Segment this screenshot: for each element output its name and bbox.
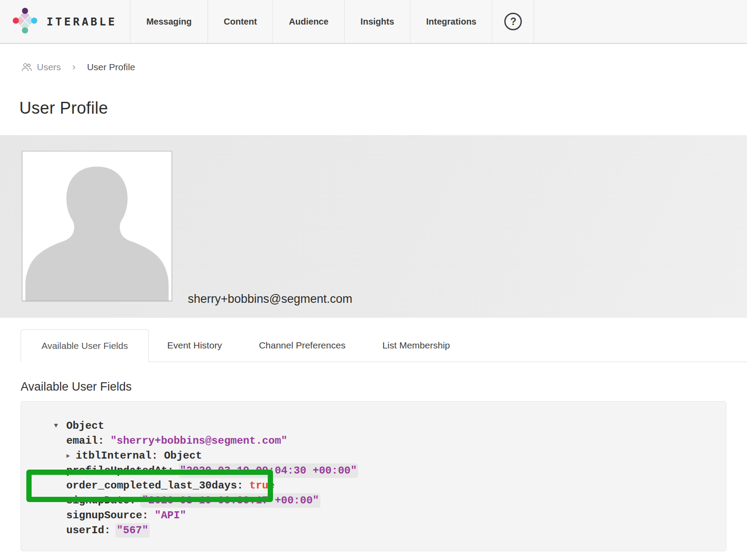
nav-item-integrations[interactable]: Integrations	[410, 0, 492, 43]
nav-item-label: Integrations	[426, 17, 476, 27]
nav-item-label: Messaging	[146, 17, 191, 27]
users-icon	[21, 61, 33, 73]
field-key: itblInternal:	[75, 450, 158, 462]
field-row: userId:"567"	[66, 523, 717, 538]
nav-spacer	[534, 0, 747, 43]
user-fields-json-panel: ▼Objectemail:"sherry+bobbins@segment.com…	[21, 401, 726, 551]
profile-summary-section: sherry+bobbins@segment.com	[0, 135, 747, 318]
nav-item-label: Audience	[289, 17, 328, 27]
profile-tabs: Available User FieldsEvent HistoryChanne…	[21, 329, 747, 362]
field-key: profileUpdatedAt:	[66, 465, 174, 477]
tab-label: Channel Preferences	[259, 340, 345, 351]
nav-item-label: Content	[224, 17, 257, 27]
field-row: signupSource:"API"	[66, 508, 717, 523]
tab-label: List Membership	[382, 340, 450, 351]
field-row: email:"sherry+bobbins@segment.com"	[66, 434, 717, 449]
person-silhouette-icon	[22, 158, 172, 301]
nav-item-content[interactable]: Content	[208, 0, 273, 43]
breadcrumb-current: User Profile	[87, 62, 135, 72]
field-row: signupDate:"2020-03-19 09:39:17 +00:00"	[66, 493, 717, 508]
field-value: Object	[164, 450, 202, 462]
tab-event-history[interactable]: Event History	[149, 329, 241, 362]
field-key: signupDate:	[66, 495, 136, 506]
field-value: "API"	[154, 510, 186, 521]
collapse-arrow-icon[interactable]: ▼	[54, 419, 66, 434]
tab-label: Event History	[167, 340, 222, 351]
field-key: signupSource:	[66, 510, 148, 521]
breadcrumb-users-link[interactable]: Users	[21, 61, 61, 73]
field-row: profileUpdatedAt:"2020-03-19 09:04:30 +0…	[66, 463, 717, 478]
field-value: "2020-03-19 09:04:30 +00:00"	[180, 465, 357, 477]
field-key: userId:	[66, 524, 111, 536]
field-row: order_completed_last_30days:true	[66, 478, 717, 493]
nav-item-insights[interactable]: Insights	[345, 0, 410, 43]
field-key: email:	[66, 435, 104, 447]
nav-item-messaging[interactable]: Messaging	[130, 0, 208, 43]
brand-home-link[interactable]: ITERABLE	[0, 0, 130, 43]
question-circle-icon: ?	[504, 13, 522, 30]
tab-list-membership[interactable]: List Membership	[364, 329, 468, 362]
help-button[interactable]: ?	[492, 0, 534, 43]
tab-channel-preferences[interactable]: Channel Preferences	[241, 329, 364, 362]
expand-arrow-icon[interactable]: ►	[66, 449, 70, 463]
page-title: User Profile	[19, 98, 747, 118]
field-row: ▼Object	[66, 419, 717, 434]
field-row: ►itblInternal:Object	[66, 449, 717, 463]
field-value: "sherry+bobbins@segment.com"	[110, 435, 287, 447]
chevron-right-icon: ›	[72, 61, 75, 73]
nav-item-audience[interactable]: Audience	[273, 0, 345, 43]
field-value: true	[249, 480, 275, 492]
root-object-label: Object	[66, 420, 104, 432]
section-heading: Available User Fields	[21, 381, 747, 393]
breadcrumb-users-label: Users	[37, 62, 61, 72]
tab-label: Available User Fields	[42, 341, 128, 351]
nav-item-label: Insights	[360, 17, 394, 27]
top-nav: ITERABLE Messaging Content Audience Insi…	[0, 0, 747, 44]
brand-wordmark: ITERABLE	[47, 15, 117, 28]
avatar	[22, 151, 172, 301]
tab-available-user-fields[interactable]: Available User Fields	[21, 329, 149, 362]
field-key: order_completed_last_30days:	[66, 480, 243, 492]
field-value: "2020-03-19 09:39:17 +00:00"	[142, 495, 319, 506]
profile-email: sherry+bobbins@segment.com	[188, 292, 352, 306]
breadcrumb: Users › User Profile	[21, 61, 747, 74]
field-value: "567"	[117, 524, 148, 536]
iterable-logo-icon	[11, 6, 40, 37]
